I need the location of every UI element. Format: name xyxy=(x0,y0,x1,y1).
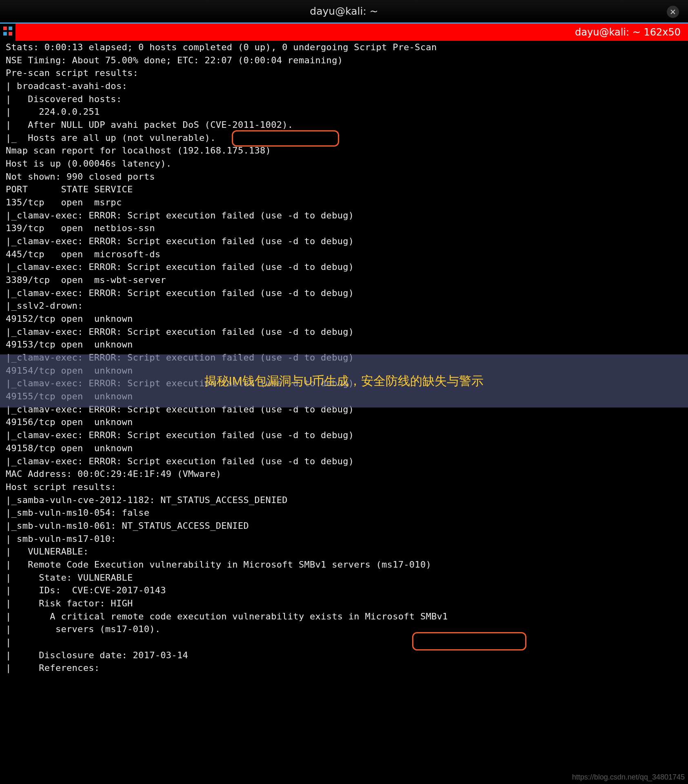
svg-rect-0 xyxy=(3,27,7,30)
terminal-line: |_clamav-exec: ERROR: Script execution f… xyxy=(6,403,682,416)
terminal-line: Nmap scan report for localhost (192.168.… xyxy=(6,144,682,157)
terminal-line: |_sslv2-drown: xyxy=(6,299,682,312)
terminal-line: | After NULL UDP avahi packet DoS (CVE-2… xyxy=(6,118,682,131)
terminal-line: | A critical remote code execution vulne… xyxy=(6,610,682,623)
window-title: dayu@kali: ~ xyxy=(310,5,378,17)
terminal-line: |_clamav-exec: ERROR: Script execution f… xyxy=(6,429,682,442)
terminal-line: Host is up (0.00046s latency). xyxy=(6,157,682,170)
terminal-line: 49154/tcp open unknown xyxy=(6,364,682,377)
watermark: https://blog.csdn.net/qq_34801745 xyxy=(572,773,685,782)
terminal-line: |_samba-vuln-cve-2012-1182: NT_STATUS_AC… xyxy=(6,494,682,507)
terminal-line: | xyxy=(6,636,682,649)
terminal-line: |_clamav-exec: ERROR: Script execution f… xyxy=(6,351,682,364)
terminal-line: |_clamav-exec: ERROR: Script execution f… xyxy=(6,377,682,390)
terminal-line: MAC Address: 00:0C:29:4E:1F:49 (VMware) xyxy=(6,468,682,481)
terminal-line: | References: xyxy=(6,662,682,675)
terminal-line: Host script results: xyxy=(6,481,682,494)
svg-rect-1 xyxy=(9,27,12,30)
terminal-line: 135/tcp open msrpc xyxy=(6,196,682,209)
terminal-line: 139/tcp open netbios-ssn xyxy=(6,222,682,235)
terminal-line: |_clamav-exec: ERROR: Script execution f… xyxy=(6,287,682,300)
terminal-line: 49152/tcp open unknown xyxy=(6,312,682,325)
terminal-line: 49155/tcp open unknown xyxy=(6,390,682,403)
terminal-line: | broadcast-avahi-dos: xyxy=(6,80,682,93)
grid-icon xyxy=(3,27,12,38)
terminal-tab-title: dayu@kali: ~ 162x50 xyxy=(575,27,688,38)
terminal-line: | servers (ms17-010). xyxy=(6,623,682,636)
terminal-line: | smb-vuln-ms17-010: xyxy=(6,532,682,546)
svg-rect-3 xyxy=(9,32,12,36)
terminal-line: 445/tcp open microsoft-ds xyxy=(6,248,682,261)
terminal-line: Pre-scan script results: xyxy=(6,67,682,80)
terminal-line: | Disclosure date: 2017-03-14 xyxy=(6,649,682,662)
terminal-line: |_smb-vuln-ms10-061: NT_STATUS_ACCESS_DE… xyxy=(6,519,682,532)
terminal-menu-button[interactable] xyxy=(0,24,16,41)
terminal-line: | Risk factor: HIGH xyxy=(6,597,682,610)
terminal-line: |_ Hosts are all up (not vulnerable). xyxy=(6,131,682,145)
terminal-line: 49158/tcp open unknown xyxy=(6,442,682,455)
terminal-line: Stats: 0:00:13 elapsed; 0 hosts complete… xyxy=(6,41,682,54)
window-titlebar: dayu@kali: ~ ✕ xyxy=(0,0,688,24)
terminal-line: | Remote Code Execution vulnerability in… xyxy=(6,558,682,571)
terminal-line: |_smb-vuln-ms10-054: false xyxy=(6,506,682,519)
terminal-line: 49156/tcp open unknown xyxy=(6,416,682,429)
terminal-line: Not shown: 990 closed ports xyxy=(6,170,682,183)
close-button[interactable]: ✕ xyxy=(667,6,679,18)
terminal-line: 49153/tcp open unknown xyxy=(6,338,682,351)
terminal-line: |_clamav-exec: ERROR: Script execution f… xyxy=(6,261,682,274)
terminal-line: |_clamav-exec: ERROR: Script execution f… xyxy=(6,455,682,468)
terminal-line: PORT STATE SERVICE xyxy=(6,183,682,196)
terminal-line: | 224.0.0.251 xyxy=(6,105,682,118)
terminal-line: |_clamav-exec: ERROR: Script execution f… xyxy=(6,325,682,339)
terminal-line: 3389/tcp open ms-wbt-server xyxy=(6,274,682,287)
terminal-line: | IDs: CVE:CVE-2017-0143 xyxy=(6,584,682,597)
close-icon: ✕ xyxy=(670,7,676,16)
terminal-header: dayu@kali: ~ 162x50 xyxy=(0,24,688,41)
svg-rect-2 xyxy=(3,32,7,36)
terminal-line: | State: VULNERABLE xyxy=(6,571,682,584)
terminal-line: | Discovered hosts: xyxy=(6,93,682,106)
terminal-line: NSE Timing: About 75.00% done; ETC: 22:0… xyxy=(6,54,682,67)
terminal-line: |_clamav-exec: ERROR: Script execution f… xyxy=(6,209,682,222)
terminal-line: | VULNERABLE: xyxy=(6,545,682,558)
terminal-line: |_clamav-exec: ERROR: Script execution f… xyxy=(6,235,682,248)
terminal-output[interactable]: Stats: 0:00:13 elapsed; 0 hosts complete… xyxy=(0,41,688,675)
